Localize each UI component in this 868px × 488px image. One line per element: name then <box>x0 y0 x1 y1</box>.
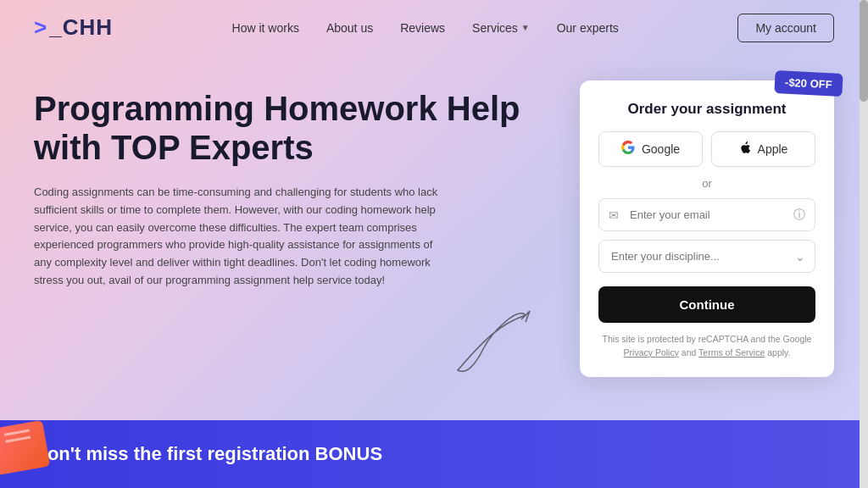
apple-button-label: Apple <box>758 142 788 156</box>
terms-of-service-link[interactable]: Terms of Service <box>698 347 765 358</box>
hero-content: Programming Homework Help with TOP Exper… <box>0 55 868 377</box>
nav-item-about-us[interactable]: About us <box>326 21 373 35</box>
info-icon[interactable]: ⓘ <box>793 208 805 223</box>
hero-description: Coding assignments can be time-consuming… <box>34 184 449 290</box>
nav-links: How it works About us Reviews Services ▼… <box>232 20 619 36</box>
google-icon <box>621 141 635 158</box>
chevron-down-icon: ▼ <box>521 23 530 32</box>
nav-item-how-it-works[interactable]: How it works <box>232 21 299 35</box>
hero-title: Programming Homework Help with TOP Exper… <box>34 89 546 167</box>
nav-item-reviews[interactable]: Reviews <box>400 21 445 35</box>
nav-item-our-experts[interactable]: Our experts <box>557 21 619 35</box>
privacy-policy-link[interactable]: Privacy Policy <box>624 347 679 358</box>
logo[interactable]: >_CHH <box>34 14 113 41</box>
scrollbar-thumb[interactable] <box>860 0 868 102</box>
services-label: Services <box>472 21 518 35</box>
email-input-group: ✉ ⓘ <box>598 198 815 231</box>
or-divider: or <box>598 177 815 190</box>
google-button-label: Google <box>642 142 680 156</box>
google-signin-button[interactable]: Google <box>598 131 703 167</box>
bottom-bar-text: Don't miss the first registration BONUS <box>34 443 382 465</box>
scrollbar[interactable] <box>860 0 868 488</box>
social-buttons: Google Apple <box>598 131 815 167</box>
logo-text: CHH <box>63 14 113 41</box>
gift-card-decoration <box>0 420 50 475</box>
email-input[interactable] <box>598 198 815 231</box>
order-card-title: Order your assignment <box>598 101 815 118</box>
discount-badge: -$20 OFF <box>775 70 843 97</box>
hero-left: Programming Homework Help with TOP Exper… <box>34 80 546 377</box>
continue-button[interactable]: Continue <box>598 286 815 323</box>
apple-icon <box>739 141 751 158</box>
my-account-button[interactable]: My account <box>737 14 834 42</box>
discipline-input-group: ⌄ <box>598 240 815 273</box>
order-card: -$20 OFF Order your assignment Google <box>580 80 834 377</box>
nav-item-services[interactable]: Services ▼ <box>472 21 530 35</box>
discipline-input[interactable] <box>598 240 815 273</box>
email-icon: ✉ <box>609 208 619 222</box>
bottom-bar: Don't miss the first registration BONUS <box>0 420 868 488</box>
recaptcha-notice: This site is protected by reCAPTCHA and … <box>598 333 815 360</box>
logo-chevron-icon: > <box>34 14 47 41</box>
chevron-down-icon[interactable]: ⌄ <box>795 250 805 263</box>
navbar: >_CHH How it works About us Reviews Serv… <box>0 0 868 55</box>
apple-signin-button[interactable]: Apple <box>711 131 815 167</box>
